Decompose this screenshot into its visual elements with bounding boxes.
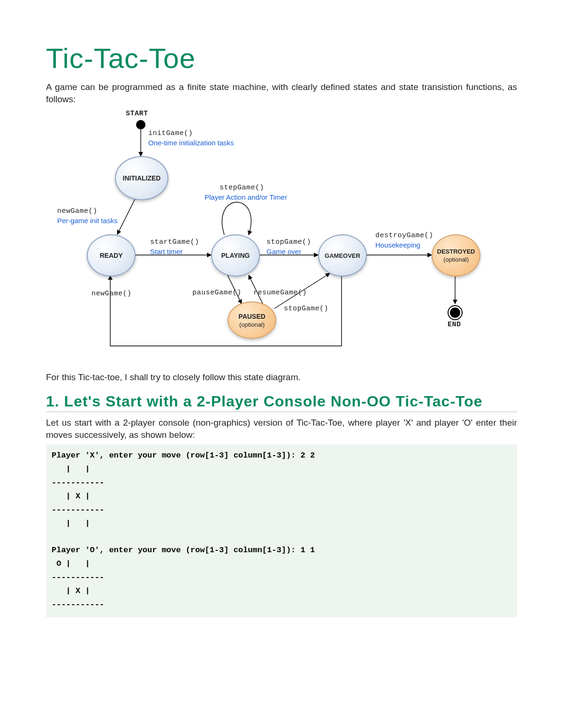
state-initialized-label: INITIALIZED [123,174,161,182]
section-rule [46,412,517,412]
state-destroyed-label: DESTROYED [437,248,475,255]
start-node [136,120,145,129]
trans-stopgame-desc: Game over [266,248,301,255]
state-ready: READY [87,234,136,277]
state-gameover-label: GAMEOVER [325,252,360,259]
state-destroyed: DESTROYED (optional) [432,234,480,277]
trans-resumegame: resumeGame() [253,289,307,297]
section-1-intro: Let us start with a 2-player console (no… [46,417,517,441]
trans-newgame: newGame() [57,207,98,215]
console-output: Player 'X', enter your move (row[1-3] co… [46,444,517,617]
state-diagram-wrapper: START INITIALIZED READY PLAYING GAMEOVER… [46,112,517,360]
state-paused: PAUSED (optional) [228,301,276,339]
state-ready-label: READY [99,252,122,259]
state-gameover: GAMEOVER [318,234,367,277]
trans-stopgame-paused: stopGame() [284,305,328,313]
end-node [450,308,460,318]
intro-paragraph: A game can be programmed as a finite sta… [46,81,517,105]
trans-newgame-back: newGame() [91,290,132,298]
section-1-heading: 1. Let's Start with a 2-Player Console N… [46,392,517,411]
trans-stepgame: stepGame() [220,184,264,192]
trans-initgame-desc: One-time initialization tasks [148,139,234,147]
state-playing: PLAYING [211,234,260,277]
page-title: Tic-Tac-Toe [46,42,517,75]
start-label: START [126,110,148,118]
state-playing-label: PLAYING [221,252,250,259]
document-page: Tic-Tac-Toe A game can be programmed as … [0,0,563,728]
diagram-arrows [61,112,502,360]
svg-line-1 [117,197,136,234]
trans-newgame-desc: Per-game init tasks [57,217,117,225]
state-destroyed-sub: (optional) [443,256,469,263]
trans-startgame-desc: Start timer [150,248,183,255]
trans-destroygame-desc: Housekeeping [375,241,420,249]
trans-destroygame: destroyGame() [375,232,434,240]
trans-stepgame-desc: Player Action and/or Timer [205,193,287,201]
end-label: END [448,321,461,329]
follow-paragraph: For this Tic-tac-toe, I shall try to clo… [46,371,517,383]
state-diagram: START INITIALIZED READY PLAYING GAMEOVER… [61,112,502,360]
trans-startgame: startGame() [150,238,199,246]
trans-stopgame: stopGame() [266,238,311,246]
trans-initgame: initGame() [148,129,193,137]
state-paused-label: PAUSED [238,313,265,320]
trans-pausegame: pauseGame() [192,289,242,297]
state-paused-sub: (optional) [239,321,265,328]
state-initialized: INITIALIZED [115,156,168,200]
